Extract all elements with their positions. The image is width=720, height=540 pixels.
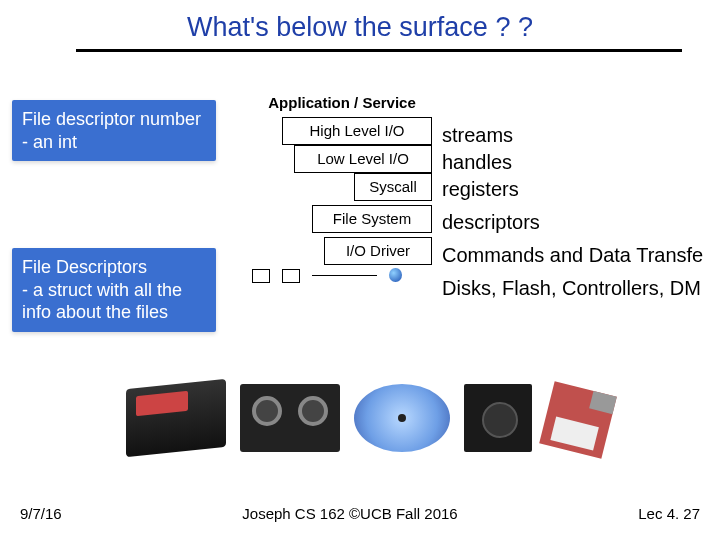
label-disks: Disks, Flash, Controllers, DM bbox=[442, 275, 703, 302]
hardware-illustrations bbox=[126, 384, 610, 452]
callout-line: - an int bbox=[22, 131, 206, 154]
layer-low-level-io: Low Level I/O bbox=[294, 145, 432, 173]
footer-date: 9/7/16 bbox=[20, 505, 62, 522]
callout-line: info about the files bbox=[22, 301, 206, 324]
hdd-platter-icon bbox=[354, 384, 450, 452]
label-handles: handles bbox=[442, 149, 703, 176]
stack-header: Application / Service bbox=[252, 94, 432, 111]
label-registers: registers bbox=[442, 176, 703, 203]
tape-icon bbox=[240, 384, 340, 452]
hw-bus-line bbox=[312, 275, 377, 276]
slide-title: What's below the surface ? ? bbox=[0, 0, 720, 49]
floppy-5-icon bbox=[464, 384, 532, 452]
ssd-icon bbox=[126, 379, 226, 458]
callout-line: File descriptor number bbox=[22, 108, 206, 131]
hardware-row bbox=[252, 269, 432, 283]
footer-center: Joseph CS 162 ©UCB Fall 2016 bbox=[242, 505, 457, 522]
label-commands: Commands and Data Transfe bbox=[442, 242, 703, 269]
floppy-3-icon bbox=[539, 381, 617, 459]
slide-footer: 9/7/16 Joseph CS 162 ©UCB Fall 2016 Lec … bbox=[0, 505, 720, 522]
layer-syscall: Syscall bbox=[354, 173, 432, 201]
callout-line: - a struct with all the bbox=[22, 279, 206, 302]
label-descriptors: descriptors bbox=[442, 209, 703, 236]
hw-network-ball-icon bbox=[389, 268, 402, 282]
callout-line: File Descriptors bbox=[22, 256, 206, 279]
footer-page: Lec 4. 27 bbox=[638, 505, 700, 522]
layer-labels: streams handles registers descriptors Co… bbox=[442, 122, 703, 302]
layer-io-driver: I/O Driver bbox=[324, 237, 432, 265]
layer-file-system: File System bbox=[312, 205, 432, 233]
layer-stack: Application / Service High Level I/O Low… bbox=[252, 94, 432, 283]
callout-fd-number: File descriptor number - an int bbox=[12, 100, 216, 161]
label-streams: streams bbox=[442, 122, 703, 149]
hw-chip-icon bbox=[282, 269, 300, 283]
callout-fd-struct: File Descriptors - a struct with all the… bbox=[12, 248, 216, 332]
layer-high-level-io: High Level I/O bbox=[282, 117, 432, 145]
title-underline bbox=[76, 49, 682, 52]
hw-chip-icon bbox=[252, 269, 270, 283]
